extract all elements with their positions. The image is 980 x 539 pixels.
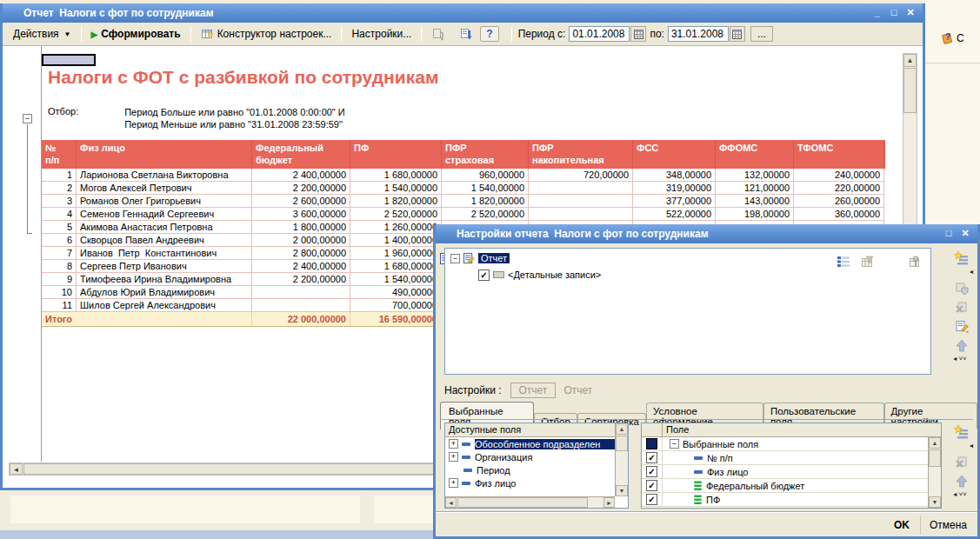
maximize-button[interactable]: □: [942, 228, 956, 240]
more-buttons-icon[interactable]: ◂ ˅˅: [953, 491, 967, 498]
available-field-item[interactable]: +Обособленное подразделен: [445, 437, 615, 450]
chevron-down-icon: ▼: [64, 30, 71, 38]
actions-menu-button[interactable]: Действия ▼: [6, 24, 78, 43]
collapse-icon[interactable]: −: [450, 254, 460, 263]
scrollbar-thumb[interactable]: [457, 497, 588, 508]
calendar-icon[interactable]: [630, 26, 646, 42]
field-checkbox[interactable]: ✓: [646, 466, 657, 477]
period-from-input[interactable]: [569, 26, 630, 42]
ok-button[interactable]: OK: [883, 516, 920, 535]
table-cell: [529, 195, 633, 208]
checkbox-column-header: [642, 423, 663, 437]
report-title: Налоги с ФОТ с разбивкой по сотрудникам: [48, 67, 438, 88]
field-checkbox[interactable]: ✓: [646, 480, 657, 491]
period-to-input[interactable]: [668, 26, 729, 42]
report-node-icon: [463, 252, 476, 265]
help-link[interactable]: ? С: [941, 31, 964, 44]
settings-constructor-button[interactable]: Конструктор настроек...: [194, 24, 339, 43]
horizontal-scrollbar[interactable]: ◄ ►: [445, 496, 615, 508]
table-cell: Семенов Геннадий Сергеевич: [77, 208, 252, 221]
filter-table-icon[interactable]: [857, 252, 878, 271]
table-cell: [252, 286, 350, 299]
more-buttons-icon[interactable]: ◂ ˅˅: [953, 356, 967, 363]
scroll-up-icon[interactable]: ▲: [903, 54, 917, 67]
maximize-button[interactable]: □: [887, 7, 901, 19]
detail-records-checkbox[interactable]: ✓: [478, 270, 490, 281]
selected-field-row[interactable]: ✓Федеральный бюджет: [642, 479, 928, 493]
filter-condition: Период Больше или равно "01.01.2008 0:00…: [124, 106, 345, 118]
total-pf-cell: 16 590,00000: [350, 312, 442, 327]
delete-element-icon[interactable]: [951, 297, 972, 316]
expand-icon[interactable]: +: [449, 452, 458, 462]
selection-square: [646, 438, 657, 449]
help-button[interactable]: ?: [480, 26, 498, 42]
column-header: №п/п: [42, 140, 77, 169]
move-field-up-icon[interactable]: [951, 471, 972, 490]
table-cell: 2 600,00000: [252, 195, 350, 208]
add-field-icon[interactable]: [951, 423, 972, 442]
scroll-right-icon[interactable]: ►: [603, 497, 615, 508]
checkbox-cell[interactable]: ✓: [642, 493, 663, 506]
scrollbar-thumb[interactable]: [616, 436, 628, 451]
scroll-down-icon[interactable]: ▼: [929, 496, 941, 508]
checkbox-cell[interactable]: ✓: [642, 451, 663, 464]
structure-list-icon[interactable]: [833, 252, 854, 271]
settings-report-button[interactable]: Отчет: [510, 383, 557, 398]
column-header-line2: накопительная: [532, 154, 629, 166]
close-button[interactable]: ✕: [958, 228, 972, 240]
checkbox-cell[interactable]: ✓: [642, 465, 663, 478]
move-element-icon[interactable]: [951, 278, 972, 297]
checkbox-cell[interactable]: ✓: [642, 479, 663, 492]
vertical-scrollbar[interactable]: ▲ ▼: [615, 423, 628, 496]
expand-icon[interactable]: +: [449, 478, 458, 488]
tree-root-label[interactable]: Отчет: [478, 253, 510, 263]
group-collapse-icon[interactable]: −: [23, 114, 32, 123]
selected-cell[interactable]: [42, 54, 96, 66]
collapse-icon[interactable]: −: [670, 439, 679, 449]
save-settings-button[interactable]: [424, 24, 452, 44]
restore-settings-button[interactable]: [452, 24, 480, 44]
delete-field-icon[interactable]: [951, 452, 972, 471]
selected-field-row[interactable]: −Выбранные поля: [642, 437, 928, 451]
generate-button[interactable]: ▶ Сформировать: [84, 24, 188, 43]
field-checkbox[interactable]: ✓: [646, 494, 657, 505]
available-field-item[interactable]: Период: [445, 463, 615, 476]
available-field-item[interactable]: +Организация: [445, 450, 615, 463]
table-cell: 1 540,00000: [350, 182, 442, 195]
edit-element-icon[interactable]: [951, 316, 972, 336]
selected-field-row[interactable]: ✓Физ лицо: [642, 465, 928, 479]
settings-wrench-icon[interactable]: [904, 252, 925, 271]
close-button[interactable]: ✕: [903, 7, 917, 19]
settings-button[interactable]: Настройки...: [344, 24, 418, 43]
table-cell: Скворцов Павел Андреевич: [77, 234, 252, 247]
scroll-down-icon[interactable]: ▼: [616, 485, 628, 496]
calendar-icon[interactable]: [730, 26, 745, 42]
table-cell: Иванов Петр Константинович: [77, 247, 252, 260]
chevron-left-icon[interactable]: ◂: [970, 443, 973, 449]
table-cell: 121,00000: [716, 182, 794, 195]
vertical-scrollbar[interactable]: ▲ ▼: [928, 437, 941, 508]
minimize-button[interactable]: _: [870, 7, 884, 19]
available-field-item[interactable]: +Физ лицо: [445, 476, 615, 489]
scroll-up-icon[interactable]: ▲: [616, 423, 628, 435]
checkbox-cell[interactable]: [642, 437, 663, 450]
table-cell: Сергеев Петр Иванович: [77, 260, 252, 273]
table-cell: 1 260,00000: [350, 221, 442, 234]
cancel-button[interactable]: Отмена: [920, 516, 977, 535]
move-up-icon[interactable]: [951, 336, 972, 355]
field-checkbox[interactable]: ✓: [646, 452, 657, 463]
scroll-left-icon[interactable]: ◄: [10, 463, 23, 475]
column-header: ТФОМС: [794, 140, 884, 169]
resource-field-icon: [694, 495, 702, 504]
field-icon: [462, 456, 470, 459]
scroll-left-icon[interactable]: ◄: [445, 497, 457, 508]
chevron-left-icon[interactable]: ◂: [970, 269, 973, 276]
period-more-button[interactable]: ...: [750, 26, 773, 42]
scroll-up-icon[interactable]: ▲: [929, 437, 941, 449]
selected-field-row[interactable]: ✓ПФ: [642, 493, 928, 507]
selected-field-row[interactable]: ✓№ п/п: [642, 451, 928, 465]
scrollbar-thumb[interactable]: [903, 68, 917, 113]
expand-icon[interactable]: +: [449, 439, 458, 449]
scrollbar-thumb[interactable]: [929, 449, 941, 467]
add-element-icon[interactable]: [951, 249, 972, 268]
